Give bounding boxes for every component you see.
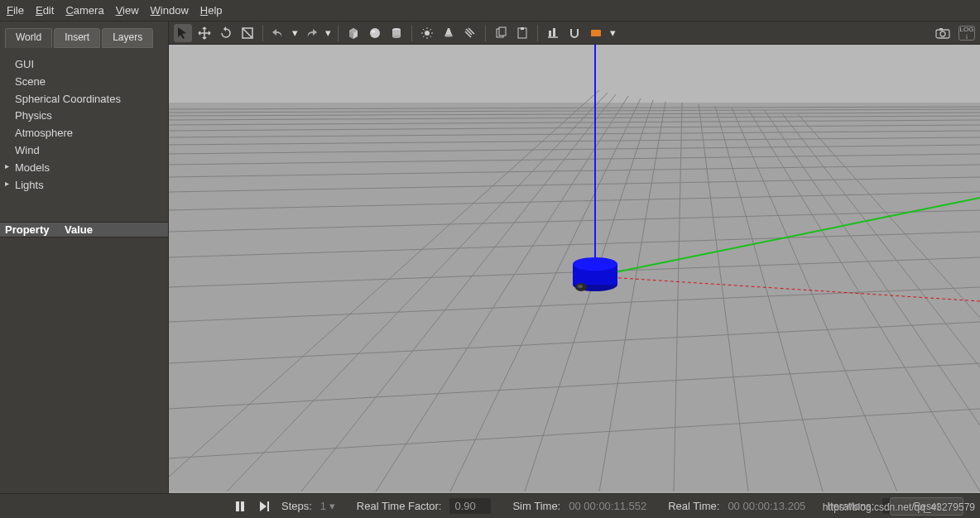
tab-insert[interactable]: Insert <box>54 28 100 48</box>
property-header: Property Value <box>0 222 168 237</box>
undo-menu-icon[interactable]: ▾ <box>291 24 299 42</box>
svg-rect-29 <box>939 28 943 31</box>
steps-value[interactable]: 1 ▾ <box>320 500 335 512</box>
align-icon[interactable] <box>544 24 562 42</box>
svg-rect-72 <box>236 501 239 511</box>
sphere-shape-icon[interactable] <box>366 24 384 42</box>
scale-tool-icon[interactable] <box>238 24 257 42</box>
translate-tool-icon[interactable] <box>195 24 214 42</box>
snap-icon[interactable] <box>565 24 584 42</box>
property-header-value: Value <box>65 223 93 236</box>
menu-edit[interactable]: Edit <box>36 4 54 17</box>
pause-button[interactable] <box>232 498 248 515</box>
tree-item-spherical[interactable]: Spherical Coordinates <box>15 91 161 108</box>
property-body <box>0 237 168 493</box>
rtf-value: 0.90 <box>449 498 491 514</box>
menubar: File Edit Camera View Window Help <box>0 0 980 22</box>
tree-item-gui[interactable]: GUI <box>15 56 161 74</box>
svg-line-11 <box>423 29 425 31</box>
tree-item-scene[interactable]: Scene <box>15 74 161 91</box>
toolbar-sep <box>485 25 486 41</box>
iterations-label: Iterations: <box>827 500 874 512</box>
tree-item-lights[interactable]: Lights <box>15 177 161 194</box>
tree-item-physics[interactable]: Physics <box>15 108 161 125</box>
toolbar-sep <box>338 25 339 41</box>
log-icon[interactable]: LOG↓ <box>958 26 975 41</box>
svg-point-69 <box>573 257 617 271</box>
svg-rect-24 <box>549 31 551 36</box>
scene-svg <box>169 45 980 492</box>
svg-point-28 <box>940 31 945 36</box>
menu-window[interactable]: Window <box>151 4 189 17</box>
panel-tabs: World Insert Layers <box>5 28 163 48</box>
select-tool-icon[interactable] <box>174 24 192 42</box>
rotate-tool-icon[interactable] <box>217 24 235 42</box>
svg-point-15 <box>444 34 453 36</box>
cylinder-shape-icon[interactable] <box>387 24 406 42</box>
box-shape-icon[interactable] <box>344 24 363 42</box>
steps-label: Steps: <box>281 500 312 512</box>
point-light-icon[interactable] <box>418 24 436 42</box>
toolbar-sep <box>411 25 412 41</box>
rtf-label: Real Time Factor: <box>357 500 442 512</box>
simtime-label: Sim Time: <box>512 500 560 512</box>
directional-light-icon[interactable] <box>461 24 479 42</box>
paste-icon[interactable] <box>513 24 531 42</box>
svg-point-71 <box>578 285 583 288</box>
property-header-property: Property <box>0 223 65 236</box>
redo-icon[interactable] <box>302 24 320 42</box>
svg-rect-74 <box>267 501 269 511</box>
step-button[interactable] <box>257 498 273 515</box>
tab-world[interactable]: World <box>5 28 52 48</box>
simtime-value: 00 00:00:11.552 <box>569 500 646 512</box>
svg-line-12 <box>430 36 432 37</box>
svg-point-1 <box>370 28 380 38</box>
tree-item-models[interactable]: Models <box>15 160 161 177</box>
reset-button[interactable]: Reset <box>890 497 963 516</box>
viewport-3d[interactable] <box>169 45 980 493</box>
screenshot-icon[interactable] <box>934 24 952 42</box>
robot-model[interactable] <box>573 257 617 291</box>
svg-point-5 <box>392 35 401 38</box>
svg-rect-26 <box>591 30 601 36</box>
svg-point-2 <box>372 30 375 32</box>
menu-view[interactable]: View <box>116 4 139 17</box>
tree-item-atmosphere[interactable]: Atmosphere <box>15 125 161 142</box>
left-panel: World Insert Layers GUI Scene Spherical … <box>0 22 169 493</box>
record-menu-icon[interactable]: ▾ <box>608 24 617 42</box>
svg-rect-20 <box>499 27 506 36</box>
toolbar: ▾ ▾ <box>169 22 980 45</box>
undo-icon[interactable] <box>269 24 287 42</box>
svg-point-6 <box>425 31 430 36</box>
svg-line-13 <box>423 36 425 37</box>
redo-menu-icon[interactable]: ▾ <box>324 24 332 42</box>
realtime-label: Real Time: <box>668 500 719 512</box>
status-bar: Steps: 1 ▾ Real Time Factor: 0.90 Sim Ti… <box>0 493 980 518</box>
tree-item-wind[interactable]: Wind <box>15 142 161 160</box>
svg-line-14 <box>430 29 432 31</box>
svg-rect-73 <box>241 501 244 511</box>
menu-help[interactable]: Help <box>200 4 223 17</box>
copy-icon[interactable] <box>492 24 510 42</box>
menu-camera[interactable]: Camera <box>65 4 103 17</box>
svg-rect-25 <box>553 28 555 36</box>
realtime-value: 00 00:00:13.205 <box>728 500 805 512</box>
toolbar-sep <box>262 25 263 41</box>
tab-layers[interactable]: Layers <box>102 28 153 48</box>
toolbar-sep <box>537 25 538 41</box>
svg-rect-22 <box>521 27 524 30</box>
record-icon[interactable] <box>587 24 605 42</box>
spot-light-icon[interactable] <box>440 24 458 42</box>
svg-rect-30 <box>169 45 980 103</box>
menu-file[interactable]: File <box>7 4 24 17</box>
world-tree[interactable]: GUI Scene Spherical Coordinates Physics … <box>0 53 168 218</box>
